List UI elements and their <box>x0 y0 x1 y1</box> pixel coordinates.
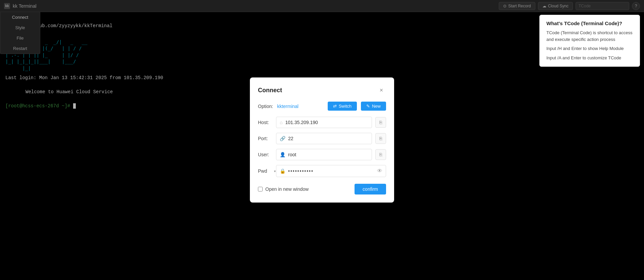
host-copy-button[interactable]: ⎘ <box>375 117 386 128</box>
pwd-input[interactable] <box>288 168 374 174</box>
copy-icon-user: ⎘ <box>379 152 382 157</box>
option-row: Option: kkterminal ⇄ Switch ✎ New <box>258 102 386 111</box>
eye-icon: 👁 <box>377 168 382 174</box>
tcode-tooltip: What's TCode (Terminal Code)? TCode (Ter… <box>539 15 640 67</box>
tcode-tooltip-line2: Input /H and Enter to show Help Module <box>546 45 633 52</box>
tcode-tooltip-line3: Input /A and Enter to customize TCode <box>546 55 633 61</box>
pwd-row: Pwd ▾ 🔒 👁 <box>258 165 386 177</box>
lock-icon: 🔒 <box>280 168 285 174</box>
port-copy-button[interactable]: ⎘ <box>375 133 386 144</box>
switch-icon: ⇄ <box>333 104 337 109</box>
user-copy-button[interactable]: ⎘ <box>375 149 386 160</box>
host-input[interactable] <box>285 120 368 125</box>
eye-toggle-button[interactable]: 👁 <box>377 168 382 174</box>
connect-dialog: Connect × Option: kkterminal ⇄ Switch ✎ … <box>250 77 394 203</box>
dialog-footer: Open in new window confirm <box>258 184 386 194</box>
tcode-tooltip-line1: TCode (Terminal Code) is shortcut to acc… <box>546 30 633 43</box>
pwd-label-wrap: Pwd ▾ <box>258 168 273 174</box>
confirm-button[interactable]: confirm <box>355 184 386 194</box>
option-label: Option: <box>258 104 273 109</box>
host-row: Host: ⌂ ⎘ <box>258 117 386 128</box>
copy-icon-port: ⎘ <box>379 136 382 141</box>
port-icon: 🔗 <box>280 136 285 141</box>
new-button[interactable]: ✎ New <box>361 102 386 111</box>
pwd-label: Pwd <box>258 168 273 174</box>
pwd-input-wrap: 🔒 👁 <box>276 165 386 177</box>
user-input[interactable] <box>288 152 368 157</box>
host-icon: ⌂ <box>280 120 282 125</box>
copy-icon: ⎘ <box>379 120 382 125</box>
user-row: User: 👤 ⎘ <box>258 149 386 160</box>
user-icon: 👤 <box>280 152 285 157</box>
port-input-wrap: 🔗 <box>276 133 372 144</box>
dialog-close-button[interactable]: × <box>377 86 386 95</box>
port-label: Port: <box>258 136 273 141</box>
dialog-header: Connect × <box>258 86 386 95</box>
port-input[interactable] <box>288 136 368 141</box>
dialog-title: Connect <box>258 87 282 94</box>
user-label: User: <box>258 152 273 157</box>
user-input-wrap: 👤 <box>276 149 372 160</box>
open-new-window-checkbox[interactable] <box>258 187 263 191</box>
open-new-window-wrap: Open in new window <box>258 186 309 192</box>
host-label: Host: <box>258 120 273 125</box>
tcode-tooltip-title: What's TCode (Terminal Code)? <box>546 20 633 26</box>
port-row: Port: 🔗 ⎘ <box>258 133 386 144</box>
host-input-wrap: ⌂ <box>276 117 372 128</box>
switch-button[interactable]: ⇄ Switch <box>328 102 357 111</box>
option-value: kkterminal <box>277 104 324 109</box>
new-icon: ✎ <box>366 104 370 109</box>
pwd-chevron-icon: ▾ <box>274 169 276 173</box>
open-new-window-label: Open in new window <box>265 186 309 192</box>
